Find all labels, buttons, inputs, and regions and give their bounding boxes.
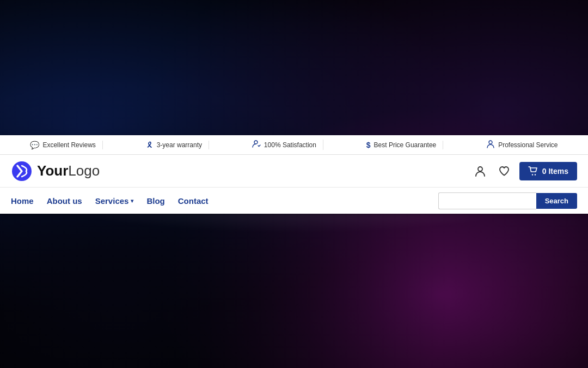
info-item-satisfaction: 100% Satisfaction — [246, 140, 323, 150]
chat-icon: 💬 — [30, 141, 39, 149]
nav-links: Home About us Services ▾ Blog Contact — [11, 196, 209, 206]
main-bar: YourLogo 0 Items — [0, 155, 588, 188]
search-input[interactable] — [438, 192, 536, 209]
info-label-service: Professional Service — [498, 141, 558, 149]
services-dropdown-arrow: ▾ — [131, 198, 133, 204]
cart-button[interactable]: 0 Items — [519, 162, 577, 180]
account-button[interactable] — [471, 162, 489, 180]
ribbon-icon: 🎗 — [146, 141, 154, 149]
nav-link-home[interactable]: Home — [11, 196, 34, 206]
search-area: Search — [438, 192, 577, 209]
info-label-satisfaction: 100% Satisfaction — [264, 141, 316, 149]
nav-label-blog: Blog — [146, 196, 164, 206]
nav-link-about-us[interactable]: About us — [47, 196, 82, 206]
right-icons: 0 Items — [471, 162, 577, 180]
info-item-price: $ Best Price Guarantee — [360, 141, 444, 149]
info-bar: 💬 Excellent Reviews 🎗 3-year warranty 10… — [0, 135, 588, 155]
svg-point-5 — [535, 174, 536, 175]
logo-icon — [11, 160, 33, 182]
cart-icon — [528, 166, 538, 176]
logo-bold: Your — [37, 162, 68, 179]
nav-label-about-us: About us — [47, 196, 82, 206]
nav-bar: Home About us Services ▾ Blog Contact Se… — [0, 188, 588, 214]
heart-icon — [498, 165, 510, 177]
nav-label-home: Home — [11, 196, 34, 206]
wishlist-button[interactable] — [495, 162, 513, 180]
info-label-price: Best Price Guarantee — [374, 141, 437, 149]
nav-label-services: Services — [95, 196, 129, 206]
header: 💬 Excellent Reviews 🎗 3-year warranty 10… — [0, 135, 588, 214]
satisfaction-icon — [252, 140, 261, 150]
nav-link-services[interactable]: Services ▾ — [95, 196, 134, 206]
svg-point-0 — [254, 141, 258, 144]
account-icon — [474, 165, 486, 177]
info-item-reviews: 💬 Excellent Reviews — [23, 141, 102, 149]
search-button[interactable]: Search — [536, 193, 577, 209]
svg-point-3 — [478, 167, 482, 171]
nav-link-blog[interactable]: Blog — [146, 196, 164, 206]
info-label-warranty: 3-year warranty — [157, 141, 202, 149]
info-label-reviews: Excellent Reviews — [42, 141, 95, 149]
nav-label-contact: Contact — [178, 196, 209, 206]
dollar-icon: $ — [366, 141, 371, 149]
svg-point-4 — [532, 174, 533, 175]
logo[interactable]: YourLogo — [11, 160, 100, 182]
info-item-service: Professional Service — [480, 140, 564, 150]
person-icon — [486, 140, 495, 150]
info-item-warranty: 🎗 3-year warranty — [139, 141, 209, 149]
logo-text: YourLogo — [37, 162, 100, 179]
nav-link-contact[interactable]: Contact — [178, 196, 209, 206]
cart-label: 0 Items — [542, 167, 568, 176]
search-button-label: Search — [545, 197, 568, 205]
logo-normal: Logo — [68, 162, 100, 179]
svg-point-1 — [489, 141, 492, 144]
